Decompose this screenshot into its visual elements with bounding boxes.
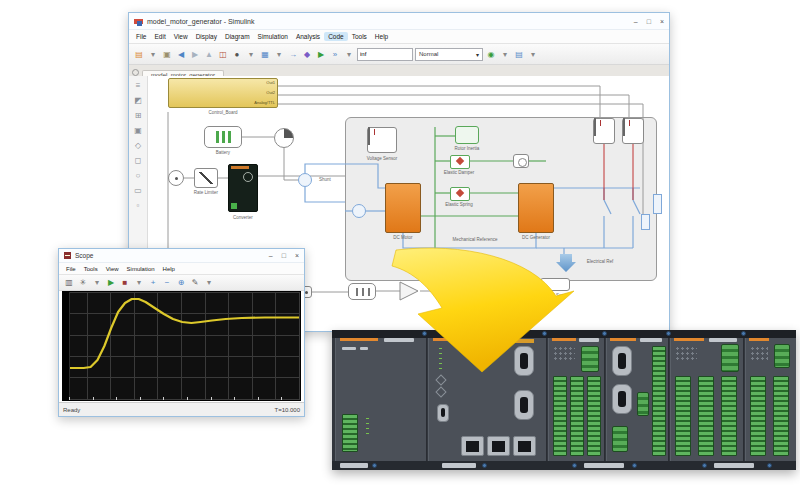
board-grid-icon[interactable]: ▦ <box>259 48 271 61</box>
simulation-mode-select[interactable]: Normal ▾ <box>415 48 483 61</box>
caret-icon[interactable]: ▾ <box>133 276 145 289</box>
battery-block[interactable] <box>204 126 242 148</box>
close-button[interactable]: × <box>660 18 664 25</box>
viewmark-icon[interactable]: ▭ <box>132 185 144 195</box>
dc-motor-block[interactable] <box>385 183 421 233</box>
menu-item[interactable]: Analysis <box>292 32 324 41</box>
menu-item[interactable]: View <box>170 32 192 41</box>
voltmeter-gauge-block[interactable] <box>593 118 615 144</box>
screw <box>372 463 377 468</box>
rotor-inertia-block[interactable] <box>455 126 479 144</box>
goto-icon[interactable]: → <box>287 48 299 61</box>
diagnostics-icon[interactable]: ◆ <box>301 48 313 61</box>
block-label: Elastic Spring <box>426 202 492 207</box>
elastic-damper-block[interactable] <box>450 155 470 169</box>
constant-block[interactable] <box>168 170 184 186</box>
stop-time-field[interactable] <box>357 48 413 61</box>
signal-icon[interactable]: ◻ <box>132 155 144 165</box>
menu-item[interactable]: Help <box>159 265 179 273</box>
dc-generator-block[interactable] <box>518 183 554 233</box>
caret-icon[interactable]: ▾ <box>147 48 159 61</box>
machine-block[interactable] <box>274 128 294 148</box>
zoom-in-icon[interactable]: + <box>147 276 159 289</box>
zoom-icon[interactable]: ◩ <box>132 95 144 105</box>
caret-icon[interactable]: ▾ <box>91 276 103 289</box>
minimize-button[interactable]: – <box>269 252 273 259</box>
shunt-block[interactable] <box>298 173 312 187</box>
library-browser-icon[interactable]: ◫ <box>217 48 229 61</box>
selector-block[interactable] <box>348 283 376 300</box>
menu-item[interactable]: Tools <box>80 265 102 273</box>
ethernet-port <box>513 436 536 456</box>
close-button[interactable]: × <box>295 252 299 259</box>
menu-item[interactable]: Edit <box>150 32 169 41</box>
menu-item[interactable]: Code <box>324 32 348 41</box>
menu-item[interactable]: Display <box>192 32 221 41</box>
maximize-button[interactable]: □ <box>647 18 651 25</box>
menu-item[interactable]: Help <box>371 32 392 41</box>
current-sensor-block[interactable] <box>352 204 366 218</box>
sample-time-icon[interactable]: ○ <box>132 170 144 180</box>
up-icon[interactable]: ▲ <box>203 48 215 61</box>
terminal-strip <box>675 376 691 456</box>
run-icon[interactable]: ▶ <box>315 48 327 61</box>
menu-item[interactable]: View <box>102 265 123 273</box>
caret-icon[interactable]: ▾ <box>245 48 257 61</box>
caret-icon[interactable]: ▾ <box>343 48 355 61</box>
layers-icon[interactable]: ▤ <box>513 48 525 61</box>
voltage-sensor-block[interactable] <box>367 127 397 153</box>
menu-item[interactable]: Tools <box>348 32 371 41</box>
load-resistor-block[interactable] <box>653 194 662 214</box>
open-icon[interactable]: ▣ <box>161 48 173 61</box>
world-icon[interactable]: ◉ <box>485 48 497 61</box>
caret-icon[interactable]: ▾ <box>273 48 285 61</box>
model-block-icon[interactable]: ▤ <box>133 48 145 61</box>
forward-icon[interactable]: ▶ <box>189 48 201 61</box>
menu-item[interactable]: Diagram <box>221 32 254 41</box>
logic-block[interactable] <box>513 154 529 168</box>
run-icon[interactable]: ▶ <box>105 276 117 289</box>
menu-item[interactable]: File <box>132 32 150 41</box>
print-icon[interactable]: ▥ <box>63 276 75 289</box>
back-icon[interactable]: ◀ <box>175 48 187 61</box>
led-grid <box>553 346 575 362</box>
menu-item[interactable]: Simulation <box>123 265 159 273</box>
screw <box>482 463 487 468</box>
motion-sensor-block[interactable] <box>448 254 464 270</box>
zoom-out-icon[interactable]: − <box>161 276 173 289</box>
step-forward-icon[interactable]: » <box>329 48 341 61</box>
ps-converter-block[interactable] <box>476 256 490 266</box>
caret-icon[interactable]: ▾ <box>499 48 511 61</box>
annotation-icon[interactable]: ▣ <box>132 125 144 135</box>
block-label: Voltage Sensor <box>347 156 417 161</box>
minimize-button[interactable]: – <box>634 18 638 25</box>
converter-block[interactable] <box>228 164 258 212</box>
serial-send-block[interactable] <box>540 278 570 291</box>
load-resistor-block[interactable] <box>641 214 650 230</box>
pan-icon[interactable]: ⊕ <box>175 276 187 289</box>
model-config-icon[interactable]: ● <box>231 48 243 61</box>
browser-icon[interactable]: ≡ <box>132 80 144 90</box>
caret-icon[interactable]: ▾ <box>527 48 539 61</box>
property-icon[interactable]: ▫ <box>132 200 144 210</box>
fit-view-icon[interactable]: ⊞ <box>132 110 144 120</box>
control-board-block[interactable]: Out1 Out2 Analog/TTL <box>168 78 278 108</box>
scope-icon <box>64 252 71 259</box>
settings-icon[interactable]: ✳ <box>77 276 89 289</box>
caret-icon[interactable]: ▾ <box>203 276 215 289</box>
dsub-connector <box>514 390 534 420</box>
menu-item[interactable]: File <box>62 265 80 273</box>
maximize-button[interactable]: □ <box>282 252 286 259</box>
block-label: DC Motor <box>375 235 431 240</box>
cpu-module <box>335 338 427 461</box>
stop-icon[interactable]: ■ <box>119 276 131 289</box>
elastic-spring-block[interactable] <box>450 187 470 201</box>
area-icon[interactable]: ◇ <box>132 140 144 150</box>
gain-block[interactable] <box>400 282 418 300</box>
measure-icon[interactable]: ✎ <box>189 276 201 289</box>
rate-limiter-block[interactable] <box>194 168 218 188</box>
dot-icon <box>175 177 178 180</box>
block-label: Battery <box>198 150 248 155</box>
menu-item[interactable]: Simulation <box>254 32 292 41</box>
ammeter-gauge-block[interactable] <box>622 118 644 144</box>
